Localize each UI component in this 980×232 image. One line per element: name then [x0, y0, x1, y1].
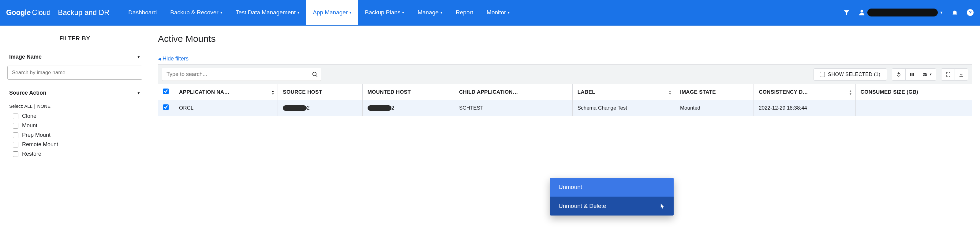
header-image-state[interactable]: IMAGE STATE — [675, 84, 754, 100]
select-all-checkbox[interactable] — [163, 88, 169, 94]
checkbox[interactable] — [13, 133, 18, 138]
sort-icon[interactable]: ▲▼ — [271, 90, 275, 95]
search-icon[interactable] — [312, 71, 318, 77]
chevron-down-icon: ▼ — [929, 73, 932, 76]
separator: | — [34, 104, 35, 109]
bell-icon[interactable] — [951, 9, 959, 16]
brand-google: Google Cloud — [6, 8, 51, 17]
help-icon[interactable]: ? — [967, 9, 974, 16]
user-menu[interactable]: ▼ — [858, 9, 943, 16]
source-host-link[interactable]: 2 — [283, 105, 309, 111]
table-search-input[interactable] — [162, 68, 321, 81]
user-email-redacted — [867, 9, 938, 16]
table-toolbar: SHOW SELECTED (1) 25 ▼ — [158, 65, 972, 84]
page-size-label: 25 — [923, 72, 928, 77]
facet-image-name-header[interactable]: Image Name ▼ — [7, 48, 142, 65]
content: Active Mounts ◀ Hide filters SHOW SELECT… — [150, 26, 980, 166]
sort-icon[interactable]: ▲▼ — [849, 90, 852, 95]
nav-item-manage[interactable]: Manage▾ — [411, 0, 449, 25]
checkbox[interactable] — [13, 123, 18, 128]
refresh-button[interactable] — [892, 68, 905, 80]
facet-source-action-label: Source Action — [9, 90, 46, 96]
select-none-link[interactable]: NONE — [37, 104, 51, 109]
sidebar: FILTER BY Image Name ▼ Source Action ▼ S… — [0, 26, 150, 166]
nav-item-label: Backup Plans — [365, 9, 400, 16]
cell-consistency-date: 2022-12-29 18:38:44 — [754, 100, 856, 116]
cell-child-application: SCHTEST — [454, 100, 573, 116]
chevron-down-icon: ▾ — [402, 10, 404, 15]
nav-item-app-manager[interactable]: App Manager▾ — [306, 0, 358, 25]
child-app-link[interactable]: SCHTEST — [459, 105, 483, 111]
table-search-wrap — [162, 68, 321, 81]
source-action-option-restore[interactable]: Restore — [13, 151, 142, 157]
select-label: Select: — [9, 104, 23, 109]
nav-item-label: Monitor — [487, 9, 506, 16]
option-label: Restore — [22, 151, 41, 157]
header-consistency-date[interactable]: CONSISTENCY D… ▲▼ — [754, 84, 856, 100]
header-child-application[interactable]: CHILD APPLICATION… — [454, 84, 573, 100]
row-checkbox-cell[interactable] — [158, 100, 174, 116]
nav-item-monitor[interactable]: Monitor▾ — [480, 0, 516, 25]
nav-item-label: Report — [456, 9, 473, 16]
nav-item-test-data-management[interactable]: Test Data Management▾ — [229, 0, 306, 25]
page-size-button[interactable]: 25 ▼ — [919, 68, 936, 80]
nav-right: ▼ ? — [843, 9, 974, 16]
page-title: Active Mounts — [158, 33, 972, 44]
table-row[interactable]: ORCL22SCHTESTSchema Change TestMounted20… — [158, 100, 972, 116]
facet-source-action-header[interactable]: Source Action ▼ — [7, 84, 142, 100]
checkbox[interactable] — [13, 114, 18, 119]
row-checkbox[interactable] — [163, 104, 169, 110]
source-action-option-prep-mount[interactable]: Prep Mount — [13, 132, 142, 138]
triangle-left-icon: ◀ — [158, 57, 161, 61]
download-button[interactable] — [955, 68, 968, 80]
application-name-link[interactable]: ORCL — [179, 105, 193, 111]
fullscreen-button[interactable] — [941, 68, 955, 80]
hide-filters-label: Hide filters — [162, 55, 189, 62]
nav-item-label: Test Data Management — [235, 9, 296, 16]
show-selected-button[interactable]: SHOW SELECTED (1) — [813, 68, 887, 80]
show-selected-checkbox[interactable] — [820, 72, 825, 77]
source-action-option-mount[interactable]: Mount — [13, 122, 142, 129]
source-action-option-clone[interactable]: Clone — [13, 113, 142, 119]
chevron-down-icon: ▼ — [137, 55, 140, 59]
option-label: Clone — [22, 113, 37, 119]
header-label[interactable]: LABEL ▲▼ — [572, 84, 675, 100]
nav-item-report[interactable]: Report — [449, 0, 480, 25]
redacted-text — [283, 105, 307, 111]
top-nav: Google Cloud Backup and DR DashboardBack… — [0, 0, 980, 26]
nav-item-backup-plans[interactable]: Backup Plans▾ — [358, 0, 411, 25]
hide-filters-link[interactable]: ◀ Hide filters — [158, 55, 189, 62]
option-label: Remote Mount — [22, 141, 58, 148]
filter-icon[interactable] — [843, 9, 850, 16]
select-all-link[interactable]: ALL — [24, 104, 32, 109]
redacted-text — [368, 105, 391, 111]
header-consumed-size[interactable]: CONSUMED SIZE (GB) — [856, 84, 972, 100]
cell-source-host: 2 — [278, 100, 363, 116]
checkbox[interactable] — [13, 152, 18, 157]
chevron-down-icon: ▾ — [350, 10, 352, 15]
nav-item-label: Manage — [417, 9, 439, 16]
export-button-group — [941, 68, 968, 80]
chevron-down-icon: ▾ — [441, 10, 442, 15]
nav-item-label: App Manager — [313, 9, 348, 16]
chevron-down-icon: ▾ — [508, 10, 509, 15]
image-name-search-input[interactable] — [7, 66, 142, 80]
header-checkbox[interactable] — [158, 84, 174, 100]
sort-icon[interactable]: ▲▼ — [668, 90, 672, 95]
header-application-name[interactable]: APPLICATION NA… ▲▼ — [174, 84, 278, 100]
source-action-option-remote-mount[interactable]: Remote Mount — [13, 141, 142, 148]
checkbox[interactable] — [13, 142, 18, 147]
chevron-down-icon: ▼ — [940, 10, 943, 15]
columns-button[interactable] — [905, 68, 919, 80]
chevron-down-icon: ▾ — [220, 10, 222, 15]
nav-items: DashboardBackup & Recover▾Test Data Mana… — [121, 0, 516, 25]
nav-item-backup-recover[interactable]: Backup & Recover▾ — [164, 0, 229, 25]
cell-application-name: ORCL — [174, 100, 278, 116]
select-all-none-row: Select: ALL | NONE — [7, 100, 142, 113]
nav-item-dashboard[interactable]: Dashboard — [121, 0, 164, 25]
header-mounted-host[interactable]: MOUNTED HOST — [363, 84, 454, 100]
header-source-host[interactable]: SOURCE HOST — [278, 84, 363, 100]
view-button-group: 25 ▼ — [892, 68, 936, 80]
mounted-host-link[interactable]: 2 — [368, 105, 394, 111]
facet-image-name-label: Image Name — [9, 54, 41, 60]
